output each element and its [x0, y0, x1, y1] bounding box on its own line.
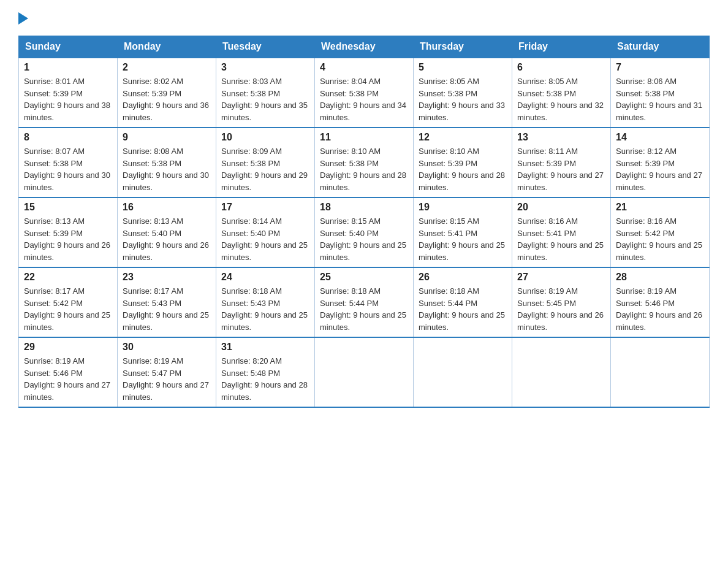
- calendar-cell: 2 Sunrise: 8:02 AM Sunset: 5:39 PM Dayli…: [118, 58, 216, 128]
- calendar-header-monday: Monday: [118, 36, 216, 58]
- day-info: Sunrise: 8:14 AM Sunset: 5:40 PM Dayligh…: [221, 215, 309, 263]
- day-number: 28: [616, 272, 704, 283]
- day-number: 17: [221, 202, 309, 213]
- day-number: 21: [616, 202, 704, 213]
- day-info: Sunrise: 8:08 AM Sunset: 5:38 PM Dayligh…: [123, 145, 211, 193]
- calendar-cell: 22 Sunrise: 8:17 AM Sunset: 5:42 PM Dayl…: [19, 267, 118, 337]
- calendar-week-row: 8 Sunrise: 8:07 AM Sunset: 5:38 PM Dayli…: [19, 128, 710, 197]
- day-number: 31: [221, 342, 309, 353]
- day-number: 20: [517, 202, 605, 213]
- calendar-cell: 29 Sunrise: 8:19 AM Sunset: 5:46 PM Dayl…: [19, 337, 118, 407]
- calendar-cell: 7 Sunrise: 8:06 AM Sunset: 5:38 PM Dayli…: [611, 58, 710, 128]
- day-number: 16: [123, 202, 211, 213]
- calendar-cell: 28 Sunrise: 8:19 AM Sunset: 5:46 PM Dayl…: [611, 267, 710, 337]
- calendar-cell: 27 Sunrise: 8:19 AM Sunset: 5:45 PM Dayl…: [512, 267, 611, 337]
- day-info: Sunrise: 8:16 AM Sunset: 5:41 PM Dayligh…: [517, 215, 605, 263]
- logo: [18, 12, 32, 25]
- day-number: 27: [517, 272, 605, 283]
- calendar-cell: 8 Sunrise: 8:07 AM Sunset: 5:38 PM Dayli…: [19, 128, 118, 197]
- page-header: [18, 12, 710, 25]
- day-number: 13: [517, 132, 605, 143]
- day-number: 1: [24, 62, 112, 73]
- calendar-cell: 5 Sunrise: 8:05 AM Sunset: 5:38 PM Dayli…: [414, 58, 512, 128]
- day-info: Sunrise: 8:17 AM Sunset: 5:42 PM Dayligh…: [24, 285, 112, 333]
- calendar-cell: [512, 337, 611, 407]
- calendar-cell: [414, 337, 512, 407]
- day-number: 25: [320, 272, 408, 283]
- calendar-cell: 14 Sunrise: 8:12 AM Sunset: 5:39 PM Dayl…: [611, 128, 710, 197]
- calendar-header-row: SundayMondayTuesdayWednesdayThursdayFrid…: [19, 36, 710, 58]
- calendar-cell: 30 Sunrise: 8:19 AM Sunset: 5:47 PM Dayl…: [118, 337, 216, 407]
- day-info: Sunrise: 8:07 AM Sunset: 5:38 PM Dayligh…: [24, 145, 112, 193]
- calendar-cell: 6 Sunrise: 8:05 AM Sunset: 5:38 PM Dayli…: [512, 58, 611, 128]
- calendar-header-tuesday: Tuesday: [216, 36, 315, 58]
- day-number: 4: [320, 62, 408, 73]
- calendar-week-row: 29 Sunrise: 8:19 AM Sunset: 5:46 PM Dayl…: [19, 337, 710, 407]
- day-info: Sunrise: 8:06 AM Sunset: 5:38 PM Dayligh…: [616, 75, 704, 123]
- day-number: 19: [419, 202, 507, 213]
- day-number: 10: [221, 132, 309, 143]
- day-number: 22: [24, 272, 112, 283]
- day-info: Sunrise: 8:15 AM Sunset: 5:41 PM Dayligh…: [419, 215, 507, 263]
- day-info: Sunrise: 8:10 AM Sunset: 5:38 PM Dayligh…: [320, 145, 408, 193]
- calendar-cell: 18 Sunrise: 8:15 AM Sunset: 5:40 PM Dayl…: [315, 197, 414, 267]
- calendar-header-sunday: Sunday: [19, 36, 118, 58]
- day-number: 2: [123, 62, 211, 73]
- calendar-cell: 20 Sunrise: 8:16 AM Sunset: 5:41 PM Dayl…: [512, 197, 611, 267]
- day-info: Sunrise: 8:09 AM Sunset: 5:38 PM Dayligh…: [221, 145, 309, 193]
- calendar-header-saturday: Saturday: [611, 36, 710, 58]
- calendar-cell: 11 Sunrise: 8:10 AM Sunset: 5:38 PM Dayl…: [315, 128, 414, 197]
- day-number: 5: [419, 62, 507, 73]
- calendar-cell: [611, 337, 710, 407]
- day-number: 11: [320, 132, 408, 143]
- calendar-cell: 10 Sunrise: 8:09 AM Sunset: 5:38 PM Dayl…: [216, 128, 315, 197]
- calendar-cell: 16 Sunrise: 8:13 AM Sunset: 5:40 PM Dayl…: [118, 197, 216, 267]
- calendar-header-thursday: Thursday: [414, 36, 512, 58]
- day-info: Sunrise: 8:11 AM Sunset: 5:39 PM Dayligh…: [517, 145, 605, 193]
- day-number: 18: [320, 202, 408, 213]
- day-info: Sunrise: 8:15 AM Sunset: 5:40 PM Dayligh…: [320, 215, 408, 263]
- day-info: Sunrise: 8:18 AM Sunset: 5:44 PM Dayligh…: [320, 285, 408, 333]
- day-number: 15: [24, 202, 112, 213]
- day-info: Sunrise: 8:03 AM Sunset: 5:38 PM Dayligh…: [221, 75, 309, 123]
- calendar-table: SundayMondayTuesdayWednesdayThursdayFrid…: [18, 36, 710, 408]
- day-info: Sunrise: 8:13 AM Sunset: 5:39 PM Dayligh…: [24, 215, 112, 263]
- day-info: Sunrise: 8:01 AM Sunset: 5:39 PM Dayligh…: [24, 75, 112, 123]
- calendar-cell: 23 Sunrise: 8:17 AM Sunset: 5:43 PM Dayl…: [118, 267, 216, 337]
- day-info: Sunrise: 8:02 AM Sunset: 5:39 PM Dayligh…: [123, 75, 211, 123]
- calendar-cell: 31 Sunrise: 8:20 AM Sunset: 5:48 PM Dayl…: [216, 337, 315, 407]
- day-info: Sunrise: 8:20 AM Sunset: 5:48 PM Dayligh…: [221, 355, 309, 403]
- calendar-cell: 9 Sunrise: 8:08 AM Sunset: 5:38 PM Dayli…: [118, 128, 216, 197]
- calendar-cell: 15 Sunrise: 8:13 AM Sunset: 5:39 PM Dayl…: [19, 197, 118, 267]
- calendar-cell: 25 Sunrise: 8:18 AM Sunset: 5:44 PM Dayl…: [315, 267, 414, 337]
- day-info: Sunrise: 8:19 AM Sunset: 5:46 PM Dayligh…: [24, 355, 112, 403]
- calendar-cell: 1 Sunrise: 8:01 AM Sunset: 5:39 PM Dayli…: [19, 58, 118, 128]
- day-number: 24: [221, 272, 309, 283]
- calendar-cell: 3 Sunrise: 8:03 AM Sunset: 5:38 PM Dayli…: [216, 58, 315, 128]
- calendar-week-row: 1 Sunrise: 8:01 AM Sunset: 5:39 PM Dayli…: [19, 58, 710, 128]
- logo-blue: [18, 12, 32, 25]
- day-info: Sunrise: 8:05 AM Sunset: 5:38 PM Dayligh…: [517, 75, 605, 123]
- day-number: 23: [123, 272, 211, 283]
- day-number: 7: [616, 62, 704, 73]
- day-info: Sunrise: 8:19 AM Sunset: 5:47 PM Dayligh…: [123, 355, 211, 403]
- calendar-cell: 24 Sunrise: 8:18 AM Sunset: 5:43 PM Dayl…: [216, 267, 315, 337]
- day-info: Sunrise: 8:10 AM Sunset: 5:39 PM Dayligh…: [419, 145, 507, 193]
- day-info: Sunrise: 8:19 AM Sunset: 5:45 PM Dayligh…: [517, 285, 605, 333]
- calendar-cell: 26 Sunrise: 8:18 AM Sunset: 5:44 PM Dayl…: [414, 267, 512, 337]
- calendar-cell: 21 Sunrise: 8:16 AM Sunset: 5:42 PM Dayl…: [611, 197, 710, 267]
- day-info: Sunrise: 8:12 AM Sunset: 5:39 PM Dayligh…: [616, 145, 704, 193]
- day-number: 26: [419, 272, 507, 283]
- day-number: 3: [221, 62, 309, 73]
- calendar-cell: 4 Sunrise: 8:04 AM Sunset: 5:38 PM Dayli…: [315, 58, 414, 128]
- calendar-week-row: 22 Sunrise: 8:17 AM Sunset: 5:42 PM Dayl…: [19, 267, 710, 337]
- day-number: 30: [123, 342, 211, 353]
- day-number: 14: [616, 132, 704, 143]
- calendar-cell: 17 Sunrise: 8:14 AM Sunset: 5:40 PM Dayl…: [216, 197, 315, 267]
- day-number: 12: [419, 132, 507, 143]
- day-info: Sunrise: 8:04 AM Sunset: 5:38 PM Dayligh…: [320, 75, 408, 123]
- calendar-cell: [315, 337, 414, 407]
- day-number: 29: [24, 342, 112, 353]
- calendar-cell: 12 Sunrise: 8:10 AM Sunset: 5:39 PM Dayl…: [414, 128, 512, 197]
- calendar-week-row: 15 Sunrise: 8:13 AM Sunset: 5:39 PM Dayl…: [19, 197, 710, 267]
